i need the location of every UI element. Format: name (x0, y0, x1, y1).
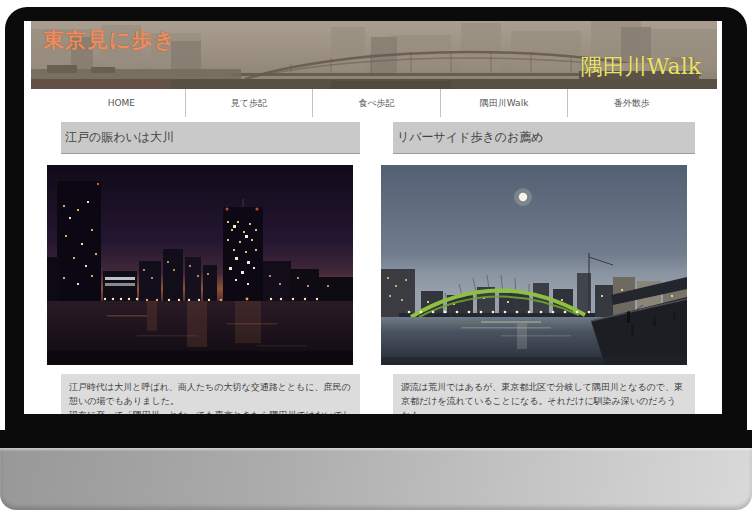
laptop-base (0, 448, 752, 510)
green-bridge-photo (381, 165, 687, 365)
site-header: 東京見に歩き 隅田川Walk (31, 21, 717, 89)
paragraph: 現在に至って「隅田川」となっても東京ときたら隅田川ではないでしょうか。 (69, 408, 352, 414)
browser-viewport: 東京見に歩き 隅田川Walk HOME 見て歩記 食べ歩記 隅田川Walk 番外… (24, 21, 722, 414)
nav-item-home[interactable]: HOME (58, 89, 185, 117)
article-text-edo: 江戸時代は大川と呼ばれ、商人たちの大切な交通路とともに、庶民の憩いの場でもありま… (61, 374, 360, 414)
main-nav: HOME 見て歩記 食べ歩記 隅田川Walk 番外散歩 (58, 89, 695, 117)
article-text-riverside: 源流は荒川ではあるが、東京都北区で分岐して隅田川となるので、東京都だけを流れてい… (393, 374, 695, 414)
nav-item-mite-aruki[interactable]: 見て歩記 (185, 89, 313, 117)
nav-item-sumidagawa-walk[interactable]: 隅田川Walk (440, 89, 568, 117)
laptop-hinge (0, 430, 752, 448)
paragraph: 江戸時代は大川と呼ばれ、商人たちの大切な交通路とともに、庶民の憩いの場でもありま… (69, 380, 352, 408)
nav-item-bangai-sanpo[interactable]: 番外散歩 (567, 89, 695, 117)
nav-item-tabe-aruki[interactable]: 食べ歩記 (312, 89, 440, 117)
page-background: 東京見に歩き 隅田川Walk HOME 見て歩記 食べ歩記 隅田川Walk 番外… (0, 0, 752, 517)
article-heading-riverside: リバーサイド歩きのお薦め (393, 122, 695, 154)
site-subtitle: 隅田川Walk (581, 52, 701, 82)
night-city-photo (47, 165, 353, 365)
paragraph: 源流は荒川ではあるが、東京都北区で分岐して隅田川となるので、東京都だけを流れてい… (401, 380, 687, 414)
article-heading-edo: 江戸の賑わいは大川 (61, 122, 360, 154)
site-title: 東京見に歩き (43, 26, 176, 54)
